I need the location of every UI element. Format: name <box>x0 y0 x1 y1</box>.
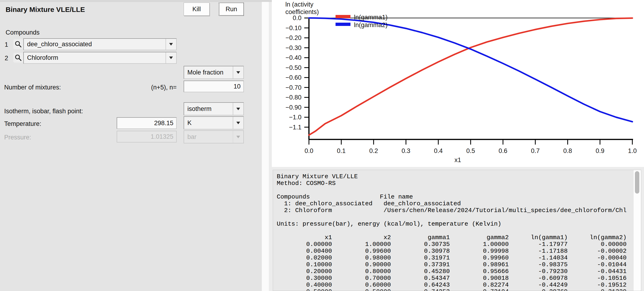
activity-coefficient-chart: 0.0−0.10−0.20−0.30−0.40−0.50−0.60−0.70−0… <box>272 0 644 167</box>
search-icon <box>14 54 22 61</box>
output-scrollbar-thumb[interactable] <box>635 171 639 194</box>
chevron-down-icon[interactable] <box>233 117 243 129</box>
svg-text:−0.40: −0.40 <box>286 54 302 61</box>
svg-text:0.2: 0.2 <box>369 147 378 154</box>
svg-text:0.1: 0.1 <box>337 147 346 154</box>
app-window: Binary Mixture VLE/LLE Kill Run Compound… <box>0 0 644 291</box>
pressure-unit-value: bar <box>187 131 196 143</box>
pressure-label: Pressure: <box>4 134 31 141</box>
svg-text:0.8: 0.8 <box>563 147 572 154</box>
pressure-unit-combobox: bar <box>184 130 244 143</box>
output-console-panel: Binary Mixture VLE/LLE Method: COSMO-RS … <box>273 170 641 291</box>
mixtures-formula-label: (n+5), n= <box>121 84 177 91</box>
svg-text:0.0: 0.0 <box>292 15 302 22</box>
svg-text:−0.60: −0.60 <box>286 74 302 81</box>
temperature-input[interactable] <box>117 117 177 129</box>
svg-text:−0.20: −0.20 <box>286 34 302 41</box>
chevron-down-icon[interactable] <box>233 103 243 115</box>
compounds-section-label: Compounds <box>6 29 40 36</box>
svg-text:0.5: 0.5 <box>466 147 475 154</box>
compound-1-combobox[interactable]: dee_chloro_associated <box>23 38 177 50</box>
chevron-down-icon[interactable] <box>166 52 176 63</box>
svg-text:0.9: 0.9 <box>596 147 604 154</box>
temperature-unit-value: K <box>187 117 192 129</box>
svg-text:−0.10: −0.10 <box>286 25 302 32</box>
svg-text:−0.90: −0.90 <box>286 104 302 111</box>
mixtures-count-input[interactable] <box>184 81 244 92</box>
compound-2-combobox[interactable]: Chloroform <box>23 52 177 64</box>
search-icon <box>14 40 22 48</box>
panel-divider-scrollbar[interactable] <box>262 0 269 291</box>
compound-2-index: 2 <box>5 55 8 62</box>
svg-text:coefficients): coefficients) <box>285 9 319 16</box>
settings-panel: Binary Mixture VLE/LLE Kill Run Compound… <box>0 0 262 291</box>
mode-combobox[interactable]: isotherm <box>184 102 244 115</box>
chevron-down-icon <box>233 131 243 143</box>
svg-text:x1: x1 <box>454 156 461 163</box>
svg-text:ln(gamma1): ln(gamma1) <box>354 14 388 21</box>
svg-text:−0.80: −0.80 <box>286 94 302 101</box>
mixtures-label: Number of mixtures: <box>4 84 61 91</box>
svg-text:0.6: 0.6 <box>499 147 508 154</box>
svg-text:0.4: 0.4 <box>434 147 443 154</box>
svg-text:−1.0: −1.0 <box>289 114 302 121</box>
mode-label: Isotherm, isobar, flash point: <box>4 108 83 115</box>
svg-text:0.3: 0.3 <box>402 147 410 154</box>
page-title: Binary Mixture VLE/LLE <box>6 6 85 14</box>
svg-text:ln (activity: ln (activity <box>285 1 314 8</box>
composition-basis-combobox[interactable]: Mole fraction <box>184 66 244 79</box>
svg-text:−0.30: −0.30 <box>286 44 302 51</box>
kill-button[interactable]: Kill <box>184 3 210 16</box>
chevron-down-icon[interactable] <box>233 66 243 79</box>
composition-basis-value: Mole fraction <box>187 66 224 79</box>
pressure-input <box>117 131 177 142</box>
output-text: Binary Mixture VLE/LLE Method: COSMO-RS … <box>277 173 627 291</box>
mode-value: isotherm <box>187 103 212 115</box>
svg-text:0.0: 0.0 <box>304 147 313 154</box>
svg-text:ln(gamma2): ln(gamma2) <box>354 22 388 29</box>
svg-text:0.7: 0.7 <box>531 147 540 154</box>
compound-2-value: Chloroform <box>27 52 58 63</box>
compound-1-search-button[interactable] <box>13 39 23 49</box>
svg-text:1.0: 1.0 <box>628 147 637 154</box>
chevron-down-icon[interactable] <box>166 39 176 50</box>
compound-1-index: 1 <box>5 41 8 48</box>
window-top-edge <box>0 0 272 2</box>
activity-coefficient-chart-panel: 0.0−0.10−0.20−0.30−0.40−0.50−0.60−0.70−0… <box>272 0 644 167</box>
svg-text:−1.1: −1.1 <box>289 124 302 131</box>
temperature-label: Temperature: <box>4 120 41 128</box>
compound-2-search-button[interactable] <box>13 53 23 63</box>
svg-text:−0.70: −0.70 <box>286 84 302 91</box>
compound-1-value: dee_chloro_associated <box>27 39 92 50</box>
output-scrollbar-track[interactable] <box>633 170 641 291</box>
temperature-unit-combobox[interactable]: K <box>184 116 244 129</box>
run-button[interactable]: Run <box>219 3 244 16</box>
svg-text:−0.50: −0.50 <box>286 64 302 71</box>
